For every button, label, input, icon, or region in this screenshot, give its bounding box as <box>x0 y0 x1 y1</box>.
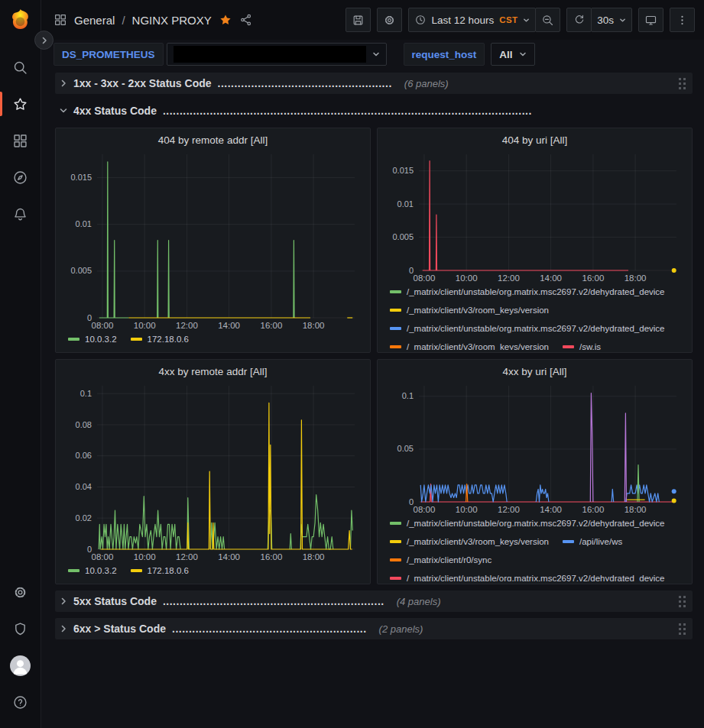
time-range-label: Last 12 hours <box>432 15 495 26</box>
legend-item[interactable]: /api/live/ws <box>563 532 622 551</box>
svg-text:16:00: 16:00 <box>261 552 283 561</box>
variable-value-request-host[interactable]: All <box>491 43 534 66</box>
expand-sidebar-button[interactable] <box>34 31 54 50</box>
row-5xx[interactable]: 5xx Status Code ........................… <box>55 590 693 612</box>
svg-text:12:00: 12:00 <box>498 505 520 514</box>
time-range-picker[interactable]: Last 12 hours CST <box>408 8 537 32</box>
row-panel-count: (6 panels) <box>404 78 449 89</box>
refresh-interval-picker[interactable]: 30s <box>591 8 632 32</box>
refresh-interval-label: 30s <box>597 15 614 26</box>
panel-404-by-uri: 404 by uri [All] 00.0050.010.01508:0010:… <box>377 128 693 353</box>
dashboard-settings-button[interactable] <box>377 8 402 32</box>
panel-title[interactable]: 4xx by uri [All] <box>385 364 684 381</box>
legend-item[interactable]: 10.0.3.2 <box>68 330 117 348</box>
legend-swatch <box>390 290 401 293</box>
chevron-right-icon <box>60 597 67 605</box>
panel-legend: 10.0.3.2172.18.0.6 <box>63 330 362 350</box>
gear-icon <box>12 584 28 600</box>
legend-item[interactable]: 10.0.3.2 <box>68 561 117 580</box>
timeseries-chart[interactable]: 00.050.108:0010:0012:0014:0016:0018:00 <box>385 381 684 514</box>
dashboard-body: 1xx - 3xx - 2xx Status Code ............… <box>41 69 704 728</box>
legend-item[interactable]: /_matrix/client/r0/sync <box>390 551 492 569</box>
svg-text:10:00: 10:00 <box>134 321 156 330</box>
sidebar-item-search[interactable] <box>0 49 41 86</box>
more-options-button[interactable] <box>670 8 695 32</box>
svg-text:0.01: 0.01 <box>76 219 92 228</box>
dashboard-title[interactable]: NGINX PROXY <box>132 14 212 27</box>
grafana-logo[interactable] <box>8 6 34 32</box>
panel-legend: 10.0.3.2172.18.0.6 <box>63 561 362 581</box>
sidebar-item-configuration[interactable] <box>0 574 41 610</box>
refresh-button[interactable] <box>566 8 592 32</box>
timeseries-chart[interactable]: 00.0050.010.01508:0010:0012:0014:0016:00… <box>385 150 684 283</box>
monitor-icon <box>644 14 657 27</box>
legend-item[interactable]: /_matrix/client/unstable/org.matrix.msc2… <box>390 569 665 581</box>
sidebar-item-alerting[interactable] <box>0 196 41 232</box>
sidebar-item-profile[interactable] <box>0 647 41 684</box>
panel-4xx-by-remote-addr: 4xx by remote addr [All] 00.020.040.060.… <box>55 359 371 584</box>
svg-text:10:00: 10:00 <box>134 552 156 561</box>
chevron-down-icon <box>519 50 527 58</box>
apps-icon <box>54 13 67 27</box>
sidebar-item-server-admin[interactable] <box>0 610 41 647</box>
drag-handle-icon[interactable] <box>678 596 686 607</box>
chevron-down-icon <box>523 17 530 24</box>
legend-item[interactable]: /_matrix/client/unstable/org.matrix.msc2… <box>390 319 665 338</box>
panel-title[interactable]: 404 by uri [All] <box>385 132 684 150</box>
save-dashboard-button[interactable] <box>346 8 371 32</box>
sidebar-item-explore[interactable] <box>0 159 41 196</box>
legend-item[interactable]: /_matrix/client/v3/room_keys/version <box>390 301 549 319</box>
share-icon[interactable] <box>239 13 253 27</box>
sidebar-item-dashboards[interactable] <box>0 122 41 159</box>
drag-handle-icon[interactable] <box>678 623 686 635</box>
variables-bar: DS_PROMETHEUS request_host All <box>41 40 704 69</box>
legend-swatch <box>131 338 142 341</box>
svg-text:0.05: 0.05 <box>397 444 414 453</box>
tv-mode-button[interactable] <box>638 8 663 32</box>
row-title-dots: ........................................… <box>172 623 367 635</box>
breadcrumb-section[interactable]: General <box>74 14 115 27</box>
panel-title[interactable]: 404 by remote addr [All] <box>63 132 362 150</box>
row-title-dots: ........................................… <box>163 595 384 607</box>
timeseries-chart[interactable]: 00.0050.010.01508:0010:0012:0014:0016:00… <box>63 150 362 330</box>
save-icon <box>352 14 365 27</box>
svg-text:08:00: 08:00 <box>414 273 436 283</box>
row-6xx[interactable]: 6xx > Status Code ......................… <box>55 618 693 639</box>
legend-swatch <box>390 345 401 348</box>
svg-text:14:00: 14:00 <box>540 273 562 283</box>
legend-item[interactable]: /_matrix/client/v3/room_keys/version <box>390 338 549 350</box>
legend-item[interactable]: /_matrix/client/unstable/org.matrix.msc2… <box>390 514 665 532</box>
variable-label-ds-prometheus[interactable]: DS_PROMETHEUS <box>54 43 164 66</box>
sidebar <box>0 0 41 728</box>
panel-title[interactable]: 4xx by remote addr [All] <box>63 364 362 381</box>
search-icon <box>12 60 28 76</box>
legend-item[interactable]: /_matrix/client/v3/room_keys/version <box>390 532 549 551</box>
legend-swatch <box>131 569 142 572</box>
legend-item[interactable]: 172.18.0.6 <box>131 330 189 348</box>
request-host-value: All <box>499 49 512 60</box>
svg-text:12:00: 12:00 <box>176 321 198 330</box>
row-panel-count: (4 panels) <box>397 596 441 607</box>
legend-item[interactable]: /sw.js <box>563 338 601 350</box>
sidebar-item-starred[interactable] <box>0 86 41 122</box>
zoom-out-time-button[interactable] <box>535 8 560 32</box>
chevron-right-icon <box>41 37 48 44</box>
svg-text:10:00: 10:00 <box>456 273 478 283</box>
row-4xx[interactable]: 4xx Status Code ........................… <box>55 100 693 121</box>
legend-item[interactable]: 172.18.0.6 <box>131 561 189 580</box>
row-1xx-3xx-2xx[interactable]: 1xx - 3xx - 2xx Status Code ............… <box>55 73 693 94</box>
shield-icon <box>12 621 28 637</box>
gear-icon <box>383 14 396 27</box>
variable-value-ds-prometheus[interactable] <box>167 43 387 66</box>
refresh-icon <box>573 14 586 26</box>
drag-handle-icon[interactable] <box>678 78 686 89</box>
timeseries-chart[interactable]: 00.020.040.060.080.108:0010:0012:0014:00… <box>63 381 362 561</box>
sidebar-item-help[interactable] <box>0 684 41 720</box>
redacted-value <box>174 46 366 63</box>
star-filled-icon[interactable] <box>219 13 232 27</box>
variable-label-request-host[interactable]: request_host <box>404 43 485 66</box>
row-title: 4xx Status Code <box>73 105 157 117</box>
chevron-down-icon <box>619 17 626 24</box>
legend-item[interactable]: /_matrix/client/unstable/org.matrix.msc2… <box>390 283 665 301</box>
legend-swatch <box>68 338 79 341</box>
